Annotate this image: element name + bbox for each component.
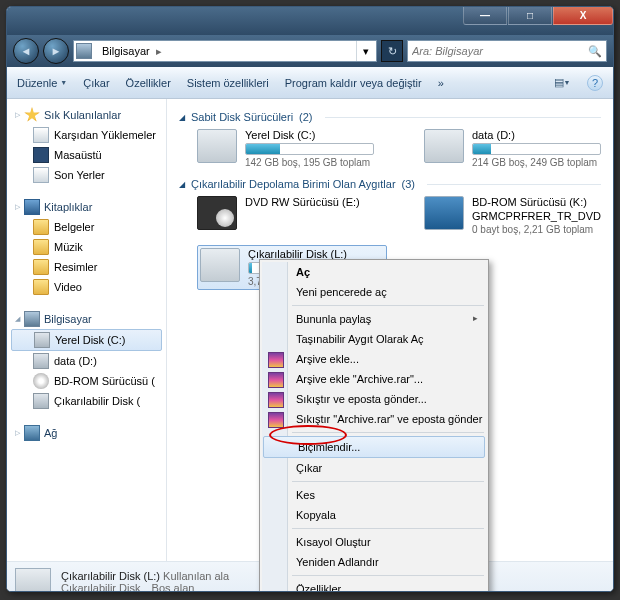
rar-icon [268,412,284,428]
drive-sub: 214 GB boş, 249 GB toplam [472,157,601,168]
nav-row: ◄ ► Bilgisayar ▸ ▾ ↻ 🔍 [7,35,613,67]
sidebar-item-desktop[interactable]: Masaüstü [7,145,166,165]
removable-icon [200,248,240,282]
usage-bar [472,143,601,155]
ctx-archive-add[interactable]: Arşive ekle... [262,349,486,369]
sidebar-libraries-header[interactable]: ▷Kitaplıklar [7,197,166,217]
drive-name: BD-ROM Sürücüsü (K:) [472,196,601,208]
disc-icon [33,373,49,389]
sidebar-network-header[interactable]: ▷Ağ [7,423,166,443]
sidebar-item-pictures[interactable]: Resimler [7,257,166,277]
toolbar: Düzenle▼ Çıkar Özellikler Sistem özellik… [7,67,613,99]
titlebar: — □ X [7,7,613,35]
maximize-button[interactable]: □ [508,7,552,25]
toolbar-system[interactable]: Sistem özellikleri [187,77,269,89]
ctx-format[interactable]: Biçimlendir... [263,436,485,458]
ctx-cut[interactable]: Kes [262,485,486,505]
folder-icon [33,259,49,275]
folder-icon [33,279,49,295]
removable-icon [33,393,49,409]
toolbar-properties[interactable]: Özellikler [126,77,171,89]
category-removable[interactable]: ◢Çıkarılabilir Depolama Birimi Olan Aygı… [179,178,601,190]
drive-dvd[interactable]: DVD RW Sürücüsü (E:) [197,196,374,235]
sidebar-computer-header[interactable]: ◢Bilgisayar [7,309,166,329]
ctx-compress-email-named[interactable]: Sıkıştır "Archive.rar" ve eposta gönder [262,409,486,429]
recent-icon [33,167,49,183]
address-dropdown[interactable]: ▾ [356,41,374,61]
sidebar-item-drive-c[interactable]: Yerel Disk (C:) [11,329,162,351]
drive-name: Yerel Disk (C:) [245,129,374,141]
refresh-button[interactable]: ↻ [381,40,403,62]
forward-button[interactable]: ► [43,38,69,64]
toolbar-programs[interactable]: Program kaldır veya değiştir [285,77,422,89]
ctx-rename[interactable]: Yeniden Adlandır [262,552,486,572]
sidebar-item-videos[interactable]: Video [7,277,166,297]
ctx-portable[interactable]: Taşınabilir Aygıt Olarak Aç [262,329,486,349]
status-icon [15,568,51,593]
drive-sub: 142 GB boş, 195 GB toplam [245,157,374,168]
sidebar-item-documents[interactable]: Belgeler [7,217,166,237]
folder-icon [33,239,49,255]
ctx-open[interactable]: Aç [262,262,486,282]
star-icon [24,107,40,123]
drive-name: DVD RW Sürücüsü (E:) [245,196,374,208]
status-type: Çıkarılabilir Disk Boş alan [61,582,229,593]
minimize-button[interactable]: — [463,7,507,25]
rar-icon [268,392,284,408]
drive-icon [34,332,50,348]
breadcrumb-root[interactable]: Bilgisayar [96,43,156,59]
help-button[interactable]: ? [587,75,603,91]
sidebar-item-music[interactable]: Müzik [7,237,166,257]
drive-icon [33,353,49,369]
dvd-icon [197,196,237,230]
ctx-share[interactable]: Bununla paylaş [262,309,486,329]
back-button[interactable]: ◄ [13,38,39,64]
ctx-copy[interactable]: Kopyala [262,505,486,525]
view-button[interactable]: ▤▼ [553,74,571,92]
search-input[interactable] [412,45,588,57]
close-button[interactable]: X [553,7,613,25]
sidebar-item-removable[interactable]: Çıkarılabilir Disk ( [7,391,166,411]
context-menu: Aç Yeni pencerede aç Bununla paylaş Taşı… [259,259,489,592]
ctx-new-window[interactable]: Yeni pencerede aç [262,282,486,302]
address-bar[interactable]: Bilgisayar ▸ ▾ [73,40,377,62]
toolbar-organize[interactable]: Düzenle▼ [17,77,67,89]
library-icon [24,199,40,215]
folder-icon [33,219,49,235]
toolbar-more[interactable]: » [438,77,444,89]
computer-icon [76,43,92,59]
network-icon [24,425,40,441]
desktop-icon [33,147,49,163]
drive-icon [197,129,237,163]
ctx-archive-add-named[interactable]: Arşive ekle "Archive.rar"... [262,369,486,389]
computer-icon [24,311,40,327]
drive-bdrom[interactable]: BD-ROM Sürücüsü (K:) GRMCPRFRER_TR_DVD 0… [424,196,601,235]
sidebar-item-bdrom[interactable]: BD-ROM Sürücüsü ( [7,371,166,391]
sidebar-item-downloads[interactable]: Karşıdan Yüklemeler [7,125,166,145]
drive-label: GRMCPRFRER_TR_DVD [472,210,601,222]
usage-bar [245,143,374,155]
drive-c[interactable]: Yerel Disk (C:) 142 GB boş, 195 GB topla… [197,129,374,168]
drive-d[interactable]: data (D:) 214 GB boş, 249 GB toplam [424,129,601,168]
toolbar-eject[interactable]: Çıkar [83,77,109,89]
ctx-shortcut[interactable]: Kısayol Oluştur [262,532,486,552]
drive-name: data (D:) [472,129,601,141]
rar-icon [268,372,284,388]
sidebar-favorites-header[interactable]: ▷Sık Kulanılanlar [7,105,166,125]
drive-sub: 0 bayt boş, 2,21 GB toplam [472,224,601,235]
ctx-properties[interactable]: Özellikler [262,579,486,592]
sidebar-item-recent[interactable]: Son Yerler [7,165,166,185]
bd-icon [424,196,464,230]
sidebar: ▷Sık Kulanılanlar Karşıdan Yüklemeler Ma… [7,99,167,561]
ctx-eject[interactable]: Çıkar [262,458,486,478]
category-hdd[interactable]: ◢Sabit Disk Sürücüleri (2) [179,111,601,123]
breadcrumb-sep[interactable]: ▸ [156,45,162,58]
status-name: Çıkarılabilir Disk (L:) Kullanılan ala [61,570,229,582]
search-icon: 🔍 [588,45,602,58]
ctx-compress-email[interactable]: Sıkıştır ve eposta gönder... [262,389,486,409]
drive-icon [424,129,464,163]
search-box[interactable]: 🔍 [407,40,607,62]
download-icon [33,127,49,143]
rar-icon [268,352,284,368]
sidebar-item-drive-d[interactable]: data (D:) [7,351,166,371]
